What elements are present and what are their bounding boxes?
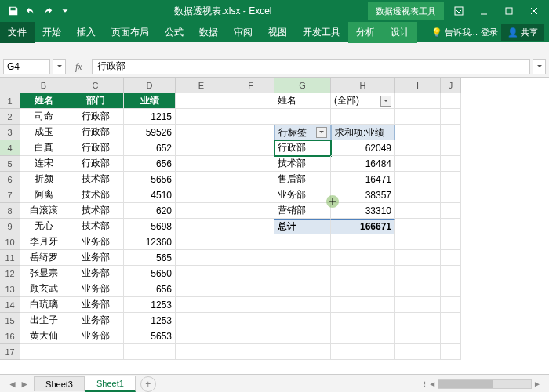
data-dept-cell[interactable]: 技术部 <box>67 203 124 219</box>
col-header-G[interactable]: G <box>274 78 331 93</box>
cell[interactable] <box>441 125 461 140</box>
cell[interactable] <box>176 156 227 172</box>
cell[interactable] <box>227 140 274 156</box>
cell[interactable] <box>274 109 331 125</box>
data-name-cell[interactable]: 阿离 <box>20 187 67 203</box>
cell[interactable] <box>441 297 461 313</box>
cell[interactable] <box>227 297 274 313</box>
cell[interactable] <box>441 93 461 109</box>
horizontal-scrollbar[interactable] <box>438 379 532 389</box>
cell[interactable] <box>227 250 274 266</box>
pivot-row-val[interactable]: 16484 <box>331 156 395 172</box>
cell[interactable] <box>176 93 227 109</box>
data-name-cell[interactable]: 无心 <box>20 219 67 234</box>
data-perf-cell[interactable]: 652 <box>124 140 176 156</box>
row-header[interactable]: 14 <box>0 297 20 313</box>
cell[interactable] <box>124 344 176 360</box>
cell[interactable] <box>395 281 441 297</box>
cell[interactable] <box>331 344 395 360</box>
data-dept-cell[interactable]: 业务部 <box>67 250 124 266</box>
add-sheet-button[interactable]: + <box>140 376 156 392</box>
share-button[interactable]: 👤 共享 <box>501 24 544 41</box>
cell[interactable] <box>67 344 124 360</box>
row-header[interactable]: 2 <box>0 109 20 125</box>
cell[interactable] <box>227 172 274 187</box>
data-name-cell[interactable]: 黄大仙 <box>20 328 67 344</box>
cell[interactable] <box>395 344 441 360</box>
tab-home[interactable]: 开始 <box>35 22 69 43</box>
redo-icon[interactable] <box>41 4 55 18</box>
data-name-cell[interactable]: 白琉璃 <box>20 297 67 313</box>
cell[interactable] <box>441 109 461 125</box>
header-name[interactable]: 姓名 <box>20 93 67 109</box>
tab-layout[interactable]: 页面布局 <box>104 22 157 43</box>
data-name-cell[interactable]: 白真 <box>20 140 67 156</box>
maximize-icon[interactable] <box>497 3 521 19</box>
data-perf-cell[interactable]: 620 <box>124 203 176 219</box>
data-perf-cell[interactable]: 12360 <box>124 234 176 250</box>
cell[interactable] <box>441 328 461 344</box>
dropdown-icon[interactable] <box>380 96 391 107</box>
tab-dev[interactable]: 开发工具 <box>295 22 348 43</box>
cell[interactable] <box>176 172 227 187</box>
row-header[interactable]: 11 <box>0 250 20 266</box>
cell[interactable] <box>176 313 227 328</box>
cell[interactable] <box>274 344 331 360</box>
cell[interactable] <box>176 234 227 250</box>
data-perf-cell[interactable]: 5653 <box>124 328 176 344</box>
row-header[interactable]: 8 <box>0 203 20 219</box>
cell[interactable] <box>395 109 441 125</box>
cell[interactable] <box>395 140 441 156</box>
row-header[interactable]: 4 <box>0 140 20 156</box>
name-box-dropdown[interactable] <box>53 59 66 74</box>
cell[interactable] <box>395 172 441 187</box>
cell[interactable] <box>176 109 227 125</box>
col-header-F[interactable]: F <box>227 78 274 93</box>
cell[interactable] <box>395 203 441 219</box>
header-dept[interactable]: 部门 <box>67 93 124 109</box>
cell[interactable] <box>227 93 274 109</box>
row-header[interactable]: 3 <box>0 125 20 140</box>
col-header-E[interactable]: E <box>176 78 227 93</box>
pivot-row-val[interactable]: 33310 <box>331 203 395 219</box>
cell[interactable] <box>176 203 227 219</box>
pivot-row-val[interactable]: 38357 <box>331 187 395 203</box>
data-dept-cell[interactable]: 行政部 <box>67 140 124 156</box>
pivot-row-key[interactable]: 售后部 <box>274 172 331 187</box>
cell[interactable] <box>395 219 441 234</box>
data-name-cell[interactable]: 连宋 <box>20 156 67 172</box>
cell[interactable] <box>441 313 461 328</box>
data-dept-cell[interactable]: 业务部 <box>67 297 124 313</box>
data-perf-cell[interactable]: 59526 <box>124 125 176 140</box>
pivot-row-key[interactable]: 技术部 <box>274 156 331 172</box>
cell[interactable] <box>227 328 274 344</box>
cell[interactable] <box>441 203 461 219</box>
cell[interactable] <box>395 156 441 172</box>
cell[interactable] <box>395 93 441 109</box>
cell[interactable] <box>331 297 395 313</box>
cell[interactable] <box>274 297 331 313</box>
cell[interactable] <box>227 109 274 125</box>
cell[interactable] <box>441 156 461 172</box>
col-header-H[interactable]: H <box>331 78 395 93</box>
cell[interactable] <box>176 140 227 156</box>
row-header[interactable]: 7 <box>0 187 20 203</box>
data-dept-cell[interactable]: 业务部 <box>67 313 124 328</box>
scroll-split-icon[interactable]: ⫶ <box>423 379 427 388</box>
col-header-B[interactable]: B <box>20 78 67 93</box>
data-name-cell[interactable]: 张显宗 <box>20 266 67 281</box>
pivot-row-key[interactable]: 营销部 <box>274 203 331 219</box>
cell[interactable] <box>441 234 461 250</box>
cell[interactable] <box>227 313 274 328</box>
pivot-row-val[interactable]: 16471 <box>331 172 395 187</box>
cell[interactable] <box>395 266 441 281</box>
qat-dropdown-icon[interactable] <box>58 4 72 18</box>
cell[interactable] <box>227 219 274 234</box>
data-perf-cell[interactable]: 1253 <box>124 313 176 328</box>
cell[interactable] <box>331 281 395 297</box>
tab-design[interactable]: 设计 <box>383 22 417 43</box>
data-perf-cell[interactable]: 565 <box>124 250 176 266</box>
tab-analyze[interactable]: 分析 <box>348 22 383 43</box>
data-name-cell[interactable]: 折颜 <box>20 172 67 187</box>
data-perf-cell[interactable]: 4510 <box>124 187 176 203</box>
